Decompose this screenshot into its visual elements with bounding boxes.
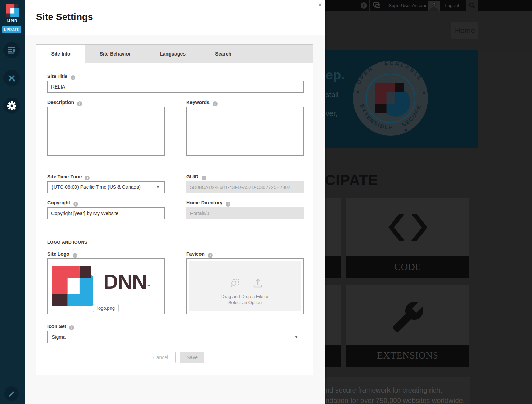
page-title: Site Settings bbox=[36, 12, 93, 23]
sidebar-item-content[interactable] bbox=[3, 42, 20, 58]
tab-search[interactable]: Search bbox=[200, 45, 246, 63]
tab-site-behavior[interactable]: Site Behavior bbox=[85, 45, 145, 63]
site-logo-label: Site Logoi bbox=[47, 251, 77, 258]
dropzone-text: Drag and Drop a File or bbox=[189, 294, 301, 299]
info-icon[interactable]: i bbox=[202, 176, 206, 180]
tile-partial[interactable] bbox=[325, 198, 341, 278]
site-logo-preview[interactable]: DNN™ logo.png bbox=[47, 258, 165, 314]
tile-code[interactable]: CODE bbox=[346, 198, 469, 278]
info-icon[interactable]: i bbox=[77, 101, 82, 106]
divider bbox=[369, 0, 370, 11]
upload-icon[interactable] bbox=[253, 278, 263, 288]
tile-partial[interactable] bbox=[325, 285, 341, 367]
info-icon[interactable]: i bbox=[69, 325, 74, 330]
dnn-wordmark: DNN bbox=[0, 18, 25, 23]
info-icon[interactable]: i bbox=[226, 202, 230, 207]
icon-set-label: Icon Seti bbox=[47, 323, 74, 330]
dnn-logo bbox=[52, 266, 93, 306]
tools-icon bbox=[7, 74, 16, 83]
content-pages-icon bbox=[8, 47, 16, 54]
hero-text-fragment: stall bbox=[326, 91, 338, 99]
info-icon[interactable]: i bbox=[73, 202, 78, 207]
messages-icon[interactable] bbox=[373, 2, 380, 9]
copyright-input[interactable] bbox=[47, 207, 165, 219]
chevron-down-icon: ▼ bbox=[156, 182, 160, 193]
icon-set-select[interactable]: Sigma ▼ bbox=[47, 331, 303, 343]
label-text: Copyright bbox=[47, 200, 70, 205]
hero-banner: ep. stall ver, OPEN SCALABLE EXTENSIBLE … bbox=[325, 50, 478, 148]
label-text: Description bbox=[47, 100, 74, 105]
tab-bar: Site Info Site Behavior Languages Search bbox=[36, 45, 313, 63]
tile-label: CODE bbox=[346, 256, 469, 278]
avatar[interactable]: ? bbox=[428, 1, 440, 11]
info-icon[interactable]: i bbox=[213, 101, 218, 106]
dropzone-text: Select an Option bbox=[189, 300, 301, 305]
code-brackets-icon bbox=[386, 213, 429, 241]
tile-label-bar bbox=[325, 256, 341, 278]
sidebar-item-edit[interactable] bbox=[4, 386, 19, 401]
footer-text-box: nd secure framework for creating rich, n… bbox=[325, 377, 470, 404]
trademark-mark: ™ bbox=[146, 284, 150, 288]
label-text: Site Logo bbox=[47, 251, 69, 257]
wrench-icon bbox=[391, 300, 425, 334]
logout-link[interactable]: Logout bbox=[445, 3, 459, 8]
guid-label: GUIDi bbox=[186, 174, 206, 180]
logo-file-name: logo.png bbox=[93, 304, 119, 312]
save-button[interactable]: Save bbox=[180, 352, 204, 363]
info-icon[interactable]: i bbox=[73, 253, 77, 258]
info-icon[interactable]: i bbox=[85, 176, 90, 180]
seal-bulb-icon bbox=[357, 91, 359, 93]
update-badge[interactable]: UPDATE bbox=[2, 26, 21, 33]
sidebar-item-settings[interactable] bbox=[3, 98, 20, 114]
time-zone-select[interactable]: (UTC-08:00) Pacific Time (US & Canada) ▼ bbox=[47, 181, 165, 193]
home-directory-input bbox=[186, 207, 304, 219]
seal-ornament bbox=[405, 129, 407, 132]
description-label: Descriptioni bbox=[47, 100, 82, 106]
alert-icon[interactable]: ! bbox=[361, 2, 367, 9]
search-icon bbox=[469, 2, 475, 9]
selected-value: Sigma bbox=[52, 334, 66, 340]
tile-icon-area bbox=[346, 198, 469, 256]
site-nav-bar: Home bbox=[325, 11, 532, 50]
account-label[interactable]: SuperUser Account bbox=[388, 3, 429, 8]
cancel-button[interactable]: Cancel bbox=[146, 352, 176, 363]
site-page-preview: ! SuperUser Account ? Logout Home e bbox=[325, 0, 532, 404]
site-title-input[interactable] bbox=[47, 81, 304, 93]
copyright-label: Copyrighti bbox=[47, 200, 78, 207]
settings-card: Site Info Site Behavior Languages Search… bbox=[36, 44, 313, 375]
divider bbox=[383, 0, 383, 11]
keywords-textarea[interactable] bbox=[186, 107, 304, 156]
utility-bar: ! SuperUser Account ? Logout bbox=[325, 0, 532, 11]
label-text: Home Directory bbox=[186, 200, 222, 205]
hero-text-fragment: ver, bbox=[326, 109, 337, 118]
nav-home-link[interactable]: Home bbox=[451, 22, 478, 39]
chevron-down-icon: ▼ bbox=[294, 331, 298, 343]
avatar-placeholder-glyph: ? bbox=[428, 2, 440, 9]
footer-text-fragment: ndation for over 750,000 websites worldw… bbox=[326, 397, 465, 404]
favicon-dropzone[interactable]: Drag and Drop a File or Select an Option bbox=[186, 258, 304, 314]
description-textarea[interactable] bbox=[47, 107, 165, 156]
tile-label-bar bbox=[325, 345, 341, 367]
site-search-button[interactable] bbox=[466, 0, 478, 11]
panel-header: Site Settings × bbox=[25, 0, 325, 35]
divider bbox=[0, 35, 25, 35]
keywords-label: Keywordsi bbox=[186, 100, 218, 106]
site-title-label: Site Titlei bbox=[47, 74, 75, 80]
close-icon[interactable]: × bbox=[316, 1, 324, 9]
sidebar-item-manage[interactable] bbox=[3, 70, 20, 86]
info-icon[interactable]: i bbox=[208, 253, 213, 258]
tile-extensions[interactable]: EXTENSIONS bbox=[346, 285, 469, 367]
label-text: Keywords bbox=[186, 100, 210, 105]
label-text: Icon Set bbox=[47, 323, 66, 329]
tile-icon-area bbox=[325, 198, 341, 256]
browse-files-icon[interactable] bbox=[230, 278, 241, 288]
tab-site-info[interactable]: Site Info bbox=[36, 45, 85, 63]
tab-languages[interactable]: Languages bbox=[145, 45, 200, 63]
seal-lock-icon bbox=[423, 92, 425, 94]
home-directory-label: Home Directoryi bbox=[186, 200, 230, 207]
guid-input bbox=[186, 181, 304, 193]
participate-section: CIPATE CODE bbox=[325, 148, 532, 404]
seal-ornament bbox=[385, 63, 388, 66]
dnn-seal-badge: OPEN SCALABLE EXTENSIBLE SECURE bbox=[350, 58, 431, 138]
info-icon[interactable]: i bbox=[71, 75, 75, 80]
